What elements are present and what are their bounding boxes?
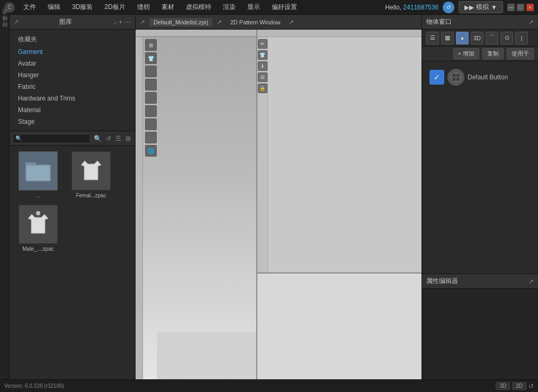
3d-viewport: ⊞ 👕 🌐	[136, 30, 257, 379]
pattern-tool-2[interactable]: 👕	[258, 50, 267, 60]
tool-move[interactable]: 移	[1, 23, 8, 28]
tab-3d-view[interactable]: Default_Modelist.zprj	[149, 18, 212, 26]
more-icon[interactable]: ⋯	[124, 19, 131, 26]
grid-view-icon[interactable]: ⊞	[124, 134, 132, 143]
nav-fabric[interactable]: Fabric	[10, 81, 135, 93]
check-icon[interactable]: ✓	[429, 70, 444, 85]
nav-stage[interactable]: Stage	[10, 116, 135, 127]
menu-3d-garment[interactable]: 3D服装	[70, 2, 95, 13]
svg-point-13	[457, 78, 460, 81]
copy-button[interactable]: 复制	[482, 48, 504, 59]
3d-tool-8[interactable]	[145, 132, 157, 143]
pattern-tool-5[interactable]: 🔒	[258, 84, 267, 93]
minimize-button[interactable]: —	[507, 4, 515, 11]
menu-edit[interactable]: 编辑	[46, 2, 62, 13]
object-window-export-icon[interactable]: ↗	[528, 19, 534, 26]
menu-sewing[interactable]: 缝纫	[135, 2, 152, 13]
attr-editor-export-icon[interactable]: ↗	[528, 278, 534, 285]
obj-icon-curve[interactable]: ⌒	[486, 32, 498, 44]
library-panel: ↗ 图库 ↓ + ⋯ 收藏夹 Garment Avatar Hanger Fab…	[10, 15, 136, 379]
nav-material[interactable]: Material	[10, 104, 135, 116]
nav-hardware[interactable]: Hardware and Trims	[10, 93, 135, 104]
obj-icon-fabric[interactable]: ▦	[441, 32, 454, 44]
item-label-male: Male_....zpac	[22, 246, 53, 252]
grid-floor	[157, 332, 256, 379]
3d-tool-2[interactable]: 👕	[145, 52, 157, 64]
3d-tool-5[interactable]	[145, 92, 157, 104]
obj-icon-spool[interactable]: ⊙	[500, 32, 513, 44]
simulate-chevron: ▼	[491, 4, 497, 11]
default-button-label: Default Button	[468, 74, 508, 81]
3d-tool-1[interactable]: ⊞	[145, 39, 157, 51]
export-icon: ↗	[14, 19, 19, 25]
vp-2d-icon: ↗	[289, 19, 294, 26]
maximize-button[interactable]: □	[517, 4, 524, 11]
view-2d-button[interactable]: 2D	[512, 382, 526, 390]
tab-2d-pattern[interactable]: 2D Pattern Window	[226, 18, 285, 26]
attr-editor-title: 属性编辑器	[426, 277, 458, 286]
svg-rect-8	[157, 332, 256, 379]
user-id[interactable]: 2411687536	[403, 4, 438, 11]
title-bar: C 文件 编辑 3D服装 2D板片 缝纫 素材 虚拟模特 渲染 显示 偏好设置 …	[0, 0, 538, 15]
simulate-button[interactable]: ▶▶ 模拟 ▼	[459, 1, 503, 13]
svg-point-10	[453, 74, 455, 77]
menu-2d-pattern[interactable]: 2D板片	[102, 2, 127, 13]
list-item[interactable]: Femal...zpac	[68, 151, 114, 198]
tool-select[interactable]: 选	[1, 17, 8, 21]
menu-material[interactable]: 素材	[159, 2, 176, 13]
obj-icon-list[interactable]: ☰	[426, 32, 439, 44]
list-item[interactable]: ..	[15, 151, 61, 198]
nav-avatar[interactable]: Avatar	[10, 58, 135, 69]
obj-icon-person[interactable]: ●	[456, 32, 469, 44]
svg-rect-2	[26, 166, 50, 180]
pattern-tool-1[interactable]: ✏	[258, 39, 267, 49]
download-icon[interactable]: ↓	[113, 19, 116, 26]
object-list: ✓ Default Button	[422, 61, 538, 274]
use-button[interactable]: 使用于	[507, 48, 534, 59]
window-controls: — □ ✕	[507, 4, 534, 11]
close-button[interactable]: ✕	[526, 4, 534, 11]
menu-preferences[interactable]: 偏好设置	[270, 2, 299, 13]
list-view-icon[interactable]: ☰	[114, 134, 122, 143]
3d-tool-7[interactable]	[145, 118, 157, 130]
search-icon[interactable]: 🔍	[93, 134, 103, 143]
svg-marker-3	[81, 161, 101, 180]
menu-avatar[interactable]: 虚拟模特	[184, 2, 213, 13]
add-icon[interactable]: +	[119, 19, 122, 26]
obj-icon-ruler[interactable]: |	[515, 32, 528, 44]
3d-tool-4[interactable]	[145, 79, 157, 90]
svg-point-9	[451, 72, 461, 82]
nav-garment[interactable]: Garment	[10, 46, 135, 58]
viewport-panel: ↗ Default_Modelist.zprj ↗ 2D Pattern Win…	[136, 15, 422, 379]
list-item[interactable]: Male_....zpac	[15, 205, 61, 252]
refresh-icon[interactable]: ↺	[105, 134, 112, 143]
right-panel: 物体窗口 ↗ ☰ ▦ ● 3D ⌒ ⊙ | + 增加 复制 使用于 ✓	[422, 15, 538, 379]
3d-tool-9[interactable]: 🌐	[145, 145, 157, 157]
left-toolstrip: 选 移 转	[0, 15, 10, 379]
menu-display[interactable]: 显示	[245, 2, 262, 13]
tool-rotate[interactable]: 转	[1, 30, 8, 34]
user-info: Hello, 2411687536	[385, 4, 438, 11]
simulate-label: 模拟	[476, 3, 489, 12]
pattern-tool-4[interactable]: ⊟	[258, 72, 267, 82]
status-refresh-icon[interactable]: ↺	[528, 382, 534, 390]
nav-tree: 收藏夹 Garment Avatar Hanger Fabric Hardwar…	[10, 30, 135, 131]
items-grid: .. Femal...zpac	[10, 146, 135, 257]
obj-icon-3d[interactable]: 3D	[471, 32, 483, 44]
view-3d-button[interactable]: 3D	[496, 382, 510, 390]
nav-hanger[interactable]: Hanger	[10, 69, 135, 81]
menu-file[interactable]: 文件	[21, 2, 38, 13]
pattern-side-tools: ✏ 👕 ℹ ⊟ 🔒	[257, 37, 268, 272]
menu-render[interactable]: 渲染	[221, 2, 238, 13]
3d-tool-6[interactable]	[145, 105, 157, 117]
version-label: Version: 6.0.328 (r32100)	[4, 383, 64, 389]
object-window-title: 物体窗口	[426, 17, 452, 26]
vp-export-icon: ↗	[140, 19, 145, 26]
3d-tool-3[interactable]	[145, 66, 157, 77]
button-circle-icon[interactable]	[447, 69, 464, 86]
add-button[interactable]: + 增加	[453, 48, 479, 59]
pattern-tool-3[interactable]: ℹ	[258, 61, 267, 71]
sync-button[interactable]: ↺	[443, 2, 454, 13]
search-input[interactable]	[13, 134, 91, 143]
nav-favorites[interactable]: 收藏夹	[10, 33, 135, 46]
